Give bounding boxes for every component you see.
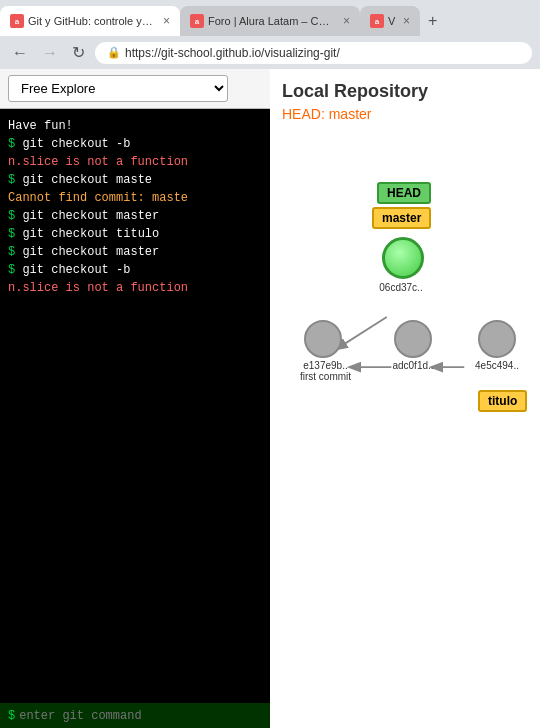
commit-label-adc: adc0f1d..	[378, 360, 448, 371]
commit-label-first: e137e9b.. first commit	[288, 360, 363, 382]
titulo-box: titulo	[478, 390, 527, 412]
svg-line-1	[337, 317, 387, 349]
prompt-7: $	[8, 245, 22, 259]
tab-1-favicon: a	[10, 14, 24, 28]
commit-adc	[394, 320, 432, 358]
commit-current	[382, 237, 424, 279]
address-bar-row: ← → ↻ 🔒 https://git-school.github.io/vis…	[0, 36, 540, 69]
commit-4e5	[478, 320, 516, 358]
terminal-input-row: $	[0, 703, 270, 728]
add-tab-button[interactable]: +	[420, 6, 445, 36]
tab-bar: a Git y GitHub: controle y compart... × …	[0, 0, 540, 36]
commit-label-current: 06cd37c..	[366, 282, 436, 293]
terminal-prompt: $	[8, 709, 15, 723]
tab-2-close[interactable]: ×	[343, 14, 350, 28]
address-text: https://git-school.github.io/visualizing…	[125, 46, 340, 60]
page-content: Free Explore Free Rebasing Remote Only R…	[0, 69, 540, 728]
tab-3-favicon: a	[370, 14, 384, 28]
head-box: HEAD	[377, 182, 431, 204]
head-label-text: HEAD:	[282, 106, 325, 122]
prompt-3: $	[8, 173, 22, 187]
terminal-line-5: $ git checkout master	[8, 207, 262, 225]
cmd-7: git checkout master	[22, 245, 159, 259]
tab-2[interactable]: a Foro | Alura Latam – Cursos onlin... ×	[180, 6, 360, 36]
git-graph: HEAD master 06cd37c.. e137e9b.. first co…	[282, 142, 528, 492]
prompt-8: $	[8, 263, 22, 277]
cmd-6: git checkout titulo	[22, 227, 159, 241]
tab-2-title: Foro | Alura Latam – Cursos onlin...	[208, 15, 335, 27]
terminal-line-6: $ git checkout titulo	[8, 225, 262, 243]
tab-1[interactable]: a Git y GitHub: controle y compart... ×	[0, 6, 180, 36]
forward-button[interactable]: →	[38, 42, 62, 64]
terminal-input[interactable]	[19, 709, 262, 723]
left-panel: Free Explore Free Rebasing Remote Only R…	[0, 69, 270, 728]
cmd-1: git checkout -b	[22, 137, 130, 151]
terminal-line-3: $ git checkout maste	[8, 171, 262, 189]
viz-panel: Local Repository HEAD: master	[270, 69, 540, 728]
prompt-5: $	[8, 209, 22, 223]
tab-3-title: Vis...	[388, 15, 395, 27]
tab-1-title: Git y GitHub: controle y compart...	[28, 15, 155, 27]
terminal-line-9: n.slice is not a function	[8, 279, 262, 297]
mode-select[interactable]: Free Explore Free Rebasing Remote Only R…	[8, 75, 228, 102]
terminal-output: Have fun! $ git checkout -b n.slice is n…	[0, 109, 270, 703]
branch-name: master	[329, 106, 372, 122]
terminal-line-7: $ git checkout master	[8, 243, 262, 261]
tab-2-favicon: a	[190, 14, 204, 28]
terminal-line-0: Have fun!	[8, 117, 262, 135]
master-box: master	[372, 207, 431, 229]
terminal-line-1: $ git checkout -b	[8, 135, 262, 153]
cmd-5: git checkout master	[22, 209, 159, 223]
tab-1-close[interactable]: ×	[163, 14, 170, 28]
viz-title: Local Repository	[282, 81, 528, 102]
address-box[interactable]: 🔒 https://git-school.github.io/visualizi…	[95, 42, 532, 64]
lock-icon: 🔒	[107, 46, 121, 59]
tab-3-close[interactable]: ×	[403, 14, 410, 28]
cmd-3: git checkout maste	[22, 173, 152, 187]
refresh-button[interactable]: ↻	[68, 41, 89, 64]
prompt-1: $	[8, 137, 22, 151]
commit-first	[304, 320, 342, 358]
browser-chrome: a Git y GitHub: controle y compart... × …	[0, 0, 540, 69]
terminal-panel: Have fun! $ git checkout -b n.slice is n…	[0, 109, 270, 728]
dropdown-wrapper: Free Explore Free Rebasing Remote Only R…	[0, 69, 270, 109]
terminal-line-8: $ git checkout -b	[8, 261, 262, 279]
prompt-6: $	[8, 227, 22, 241]
terminal-line-2: n.slice is not a function	[8, 153, 262, 171]
terminal-line-4: Cannot find commit: maste	[8, 189, 262, 207]
back-button[interactable]: ←	[8, 42, 32, 64]
tab-3[interactable]: a Vis... ×	[360, 6, 420, 36]
commit-label-4e5: 4e5c494..	[462, 360, 532, 371]
viz-head: HEAD: master	[282, 106, 528, 122]
cmd-8: git checkout -b	[22, 263, 130, 277]
